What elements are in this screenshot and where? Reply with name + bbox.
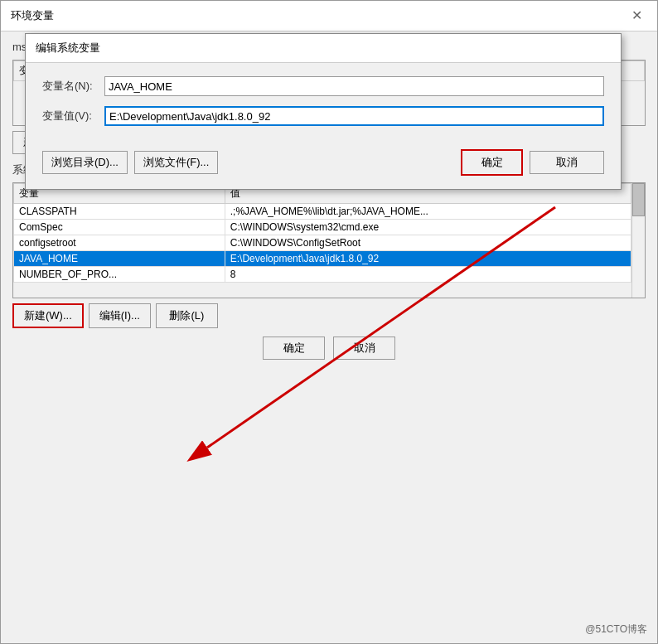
sys-vars-table-container: 变量 值 CLASSPATH.;%JAVA_HOME%\lib\dt.jar;%… <box>12 182 646 298</box>
sys-delete-button[interactable]: 删除(L) <box>156 303 218 328</box>
table-row[interactable]: JAVA_HOME <box>14 251 225 267</box>
scrollbar-thumb[interactable] <box>632 183 645 216</box>
env-dialog-titlebar: 环境变量 ✕ <box>1 1 657 31</box>
table-row[interactable]: NUMBER_OF_PRO... <box>14 267 225 283</box>
sys-vars-table[interactable]: 变量 值 CLASSPATH.;%JAVA_HOME%\lib\dt.jar;%… <box>13 183 631 283</box>
var-value-input[interactable] <box>104 106 604 126</box>
scrollbar[interactable] <box>631 183 645 298</box>
var-name-row: 变量名(N): <box>42 76 604 96</box>
var-value-label: 变量值(V): <box>42 109 104 123</box>
edit-dialog-titlebar: 编辑系统变量 <box>26 34 621 63</box>
edit-dialog-buttons: 浏览目录(D)... 浏览文件(F)... 确定 取消 <box>26 149 621 189</box>
table-row[interactable]: configsetroot <box>14 235 225 251</box>
bottom-buttons: 确定 取消 <box>12 337 646 360</box>
watermark: @51CTO博客 <box>585 622 647 637</box>
sys-new-button[interactable]: 新建(W)... <box>12 303 84 328</box>
table-row[interactable]: .;%JAVA_HOME%\lib\dt.jar;%JAVA_HOME... <box>225 204 631 220</box>
edit-dialog-title: 编辑系统变量 <box>36 41 100 56</box>
sys-table-inner: 变量 值 CLASSPATH.;%JAVA_HOME%\lib\dt.jar;%… <box>13 183 631 283</box>
edit-dialog: 编辑系统变量 变量名(N): 变量值(V): 浏览目录(D)... 浏览文件(F… <box>25 33 622 190</box>
edit-confirm-button[interactable]: 确定 <box>461 149 523 176</box>
env-dialog-title: 环境变量 <box>11 8 54 23</box>
sys-edit-button[interactable]: 编辑(I)... <box>89 303 151 328</box>
table-row[interactable]: ComSpec <box>14 220 225 235</box>
table-row[interactable]: C:\WINDOWS\system32\cmd.exe <box>225 220 631 235</box>
table-row[interactable]: CLASSPATH <box>14 204 225 220</box>
var-value-row: 变量值(V): <box>42 106 604 126</box>
edit-cancel-button[interactable]: 取消 <box>530 151 604 174</box>
table-row[interactable]: C:\WINDOWS\ConfigSetRoot <box>225 235 631 251</box>
bottom-cancel-button[interactable]: 取消 <box>333 337 395 360</box>
browse-file-button[interactable]: 浏览文件(F)... <box>134 151 218 174</box>
table-row[interactable]: 8 <box>225 267 631 283</box>
bottom-confirm-button[interactable]: 确定 <box>263 337 325 360</box>
var-name-input[interactable] <box>104 76 604 96</box>
env-dialog-close-button[interactable]: ✕ <box>627 7 647 24</box>
edit-dialog-body: 变量名(N): 变量值(V): <box>26 63 621 149</box>
sys-vars-tbody: CLASSPATH.;%JAVA_HOME%\lib\dt.jar;%JAVA_… <box>14 204 631 283</box>
browse-dir-button[interactable]: 浏览目录(D)... <box>42 151 128 174</box>
var-name-label: 变量名(N): <box>42 79 104 94</box>
table-row[interactable]: E:\Development\Java\jdk1.8.0_92 <box>225 251 631 267</box>
sys-vars-buttons: 新建(W)... 编辑(I)... 删除(L) <box>12 303 646 328</box>
